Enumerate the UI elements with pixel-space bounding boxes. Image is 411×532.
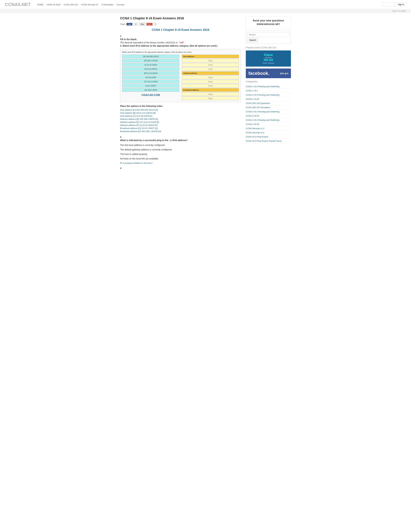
network-target-0[interactable]: Target: [182, 76, 239, 79]
place-options-title: Place the options in the following order…: [120, 105, 241, 107]
gplus-count: 5: [154, 23, 157, 26]
facebook-join: join gro: [280, 72, 288, 75]
broadcast-header: broadcast address: [182, 88, 239, 92]
match-cell-3: 224.10.0.254/24: [122, 67, 179, 71]
match-right: host address Target Target Target networ…: [182, 55, 239, 100]
q3-number: 3: [120, 136, 241, 138]
nav-courses[interactable]: Courses: [117, 3, 124, 6]
network-header: network address: [182, 71, 239, 75]
q1-number: 1: [120, 35, 241, 38]
option-6[interactable]: Broadcast address [G] 10.0.0.159/27 [G]: [120, 127, 241, 129]
sidebar-search-input[interactable]: [247, 32, 290, 37]
cisco-sub: 200-120: [248, 58, 288, 61]
facebook-box[interactable]: facebook. join gro: [246, 68, 291, 78]
share-button[interactable]: Sha: [139, 23, 145, 26]
host-target-0[interactable]: Target: [182, 59, 239, 62]
category-0[interactable]: CCNA 1 v5.0 Routing and Switching: [246, 85, 291, 89]
category-2[interactable]: CCNA 2 v5.0 Routing and Switching: [246, 93, 291, 97]
category-11[interactable]: CCNA Security v2.0: [246, 131, 291, 135]
match-cell-8: 192.168.1.80/29: [122, 88, 179, 92]
cisco-desc: Exam Training: [248, 62, 288, 64]
help-text: HELP TO UPDAT: [392, 10, 406, 12]
question-1: 1 Fill in the blank. The decimal equival…: [120, 35, 241, 133]
option-3[interactable]: Network address [D] 192.168.1.80/29 [D]: [120, 118, 241, 120]
category-6[interactable]: CCNA 3 v5.0 Routing and Switching: [246, 110, 291, 114]
practice-exam-section: Practice Exam CCNA 200-120 Cisco 200-120…: [246, 46, 291, 78]
match-cell-6: 172.110.12.64/28: [122, 80, 179, 83]
q1-instruction: Fill in the blank.: [120, 38, 241, 41]
main-nav: HOME CCNA v5 2016 CCNA 200-120 CCNA Secu…: [37, 3, 382, 6]
match-table: Match each IPv4 address to the appropria…: [120, 49, 241, 102]
broadcast-target-0[interactable]: Target: [182, 92, 239, 96]
facebook-logo: facebook.: [248, 71, 270, 76]
signin-button[interactable]: Sign In: [396, 3, 406, 6]
nav-home[interactable]: HOME: [37, 3, 43, 6]
q4-number: 4: [120, 167, 241, 170]
q2-instruction: 2. Match each IPv4 address to the approp…: [120, 45, 241, 47]
sidebar-send-box: Send your new questions WWW.WIKIASK.NET: [246, 17, 291, 28]
header: CCNA5.NET HOME CCNA v5 2016 CCNA 200-120…: [0, 0, 411, 9]
content-area: CCNA 1 Chapter 8 v5 Exam Answers 2016 Tw…: [120, 17, 241, 170]
option-1[interactable]: Host address [B] 203.0.113.100/24 [B]: [120, 112, 241, 114]
q3-question: What is indicated by a successful ping t…: [120, 139, 241, 142]
nav-ccna-security[interactable]: CCNA Security V2: [81, 3, 98, 6]
category-8[interactable]: CCNA 4 v5.0 Routing and Switching: [246, 118, 291, 122]
cisco-divider: [265, 57, 271, 58]
main-layout: CCNA 1 Chapter 8 v5 Exam Answers 2016 Tw…: [117, 13, 294, 173]
category-12[interactable]: CCNA v5.0 Final Exams: [246, 135, 291, 139]
cisacad-label: CISACAD.COM: [122, 94, 179, 96]
option-0[interactable]: Host address [A] 192.168.100.161/25 [A]: [120, 109, 241, 111]
host-header: host address: [182, 55, 239, 58]
match-cell-2: 10.10.10.128/25: [122, 63, 179, 66]
q3-answer-4-correct[interactable]: IP is properly installed on the host.*: [120, 162, 241, 164]
header-right: Sign In: [382, 3, 406, 6]
host-target-1[interactable]: Target: [182, 63, 239, 66]
sidebar-search-button[interactable]: Search: [247, 38, 258, 42]
q3-answer-1: The default gateway address is correctly…: [120, 148, 241, 151]
option-7[interactable]: Broadcast address [H] 192.168.1.191/26 […: [120, 130, 241, 133]
match-table-title: Match each IPv4 address to the appropria…: [122, 51, 239, 53]
category-13[interactable]: CCNA v5.0 Final Exams Packet Tracer: [246, 139, 291, 143]
nav-ccna-v5[interactable]: CCNA v5 2016: [47, 3, 60, 6]
practice-title: Practice Exam CCNA 200-120: [246, 46, 291, 49]
article-title-link[interactable]: CCNA 1 Chapter 8 v5 Exam Answers 2016: [120, 28, 241, 32]
header-search-input[interactable]: [382, 3, 395, 6]
like-count: 40: [134, 23, 138, 26]
q3-answer-2: The host is cabled properly.: [120, 153, 241, 155]
network-target-1[interactable]: Target: [182, 80, 239, 83]
sidebar: Send your new questions WWW.WIKIASK.NET …: [246, 17, 291, 170]
option-5[interactable]: Network address [F] 10.10.10.128/25 [F]: [120, 124, 241, 126]
network-target-2[interactable]: Target: [182, 84, 239, 87]
q1-text: The decimal equivalent of the binary num…: [120, 41, 241, 44]
category-5[interactable]: CCNA 200-120 Simulation: [246, 105, 291, 110]
sidebar-send-title: Send your new questions: [249, 19, 288, 22]
sidebar-search-box: Search: [246, 31, 291, 44]
cisco-box: Cisco 200-120 Exam Training: [246, 50, 291, 66]
category-3[interactable]: CCNA 2 v5.03: [246, 97, 291, 101]
question-4: 4: [120, 167, 241, 170]
category-4[interactable]: CCNA 200-120 Questions: [246, 101, 291, 105]
category-9[interactable]: CCNA 4 v5.03: [246, 122, 291, 126]
match-cell-7: 10.0.0.159/27: [122, 84, 179, 87]
nav-it-essentials[interactable]: IT-Essentials: [101, 3, 113, 6]
match-left: 192.168.100.161/25 192.168.1.191/26 10.1…: [122, 55, 179, 100]
question-3: 3 What is indicated by a successful ping…: [120, 136, 241, 164]
nav-ccna-200[interactable]: CCNA 200-120: [64, 3, 78, 6]
social-bar: Tweet Like 40 Sha G+1 5: [120, 23, 241, 26]
cisco-title: Cisco: [248, 53, 288, 57]
sidebar-send-url: WWW.WIKIASK.NET: [249, 23, 288, 26]
category-1[interactable]: CCNA 1 v5.1: [246, 89, 291, 93]
gplus-button[interactable]: G+1: [147, 23, 152, 26]
page-title: CCNA 1 Chapter 8 v5 Exam Answers 2016: [120, 17, 241, 20]
match-cell-5: 10.0.50.10/30: [122, 76, 179, 79]
host-target-2[interactable]: Target: [182, 67, 239, 71]
option-4[interactable]: Network address [E] 172.110.12.64/28 [E]: [120, 121, 241, 123]
category-10[interactable]: CCNA Security v1.2: [246, 126, 291, 131]
q1-answer: "149": [179, 41, 184, 44]
site-logo: CCNA5.NET: [5, 2, 31, 7]
like-button[interactable]: Like: [127, 23, 132, 26]
option-2[interactable]: Host address [C] 10.0.50.10/30 [C]: [120, 115, 241, 117]
broadcast-target-1[interactable]: Target: [182, 96, 239, 100]
category-7[interactable]: CCNA 3 v5.03: [246, 114, 291, 118]
match-cell-1: 192.168.1.191/26: [122, 59, 179, 62]
